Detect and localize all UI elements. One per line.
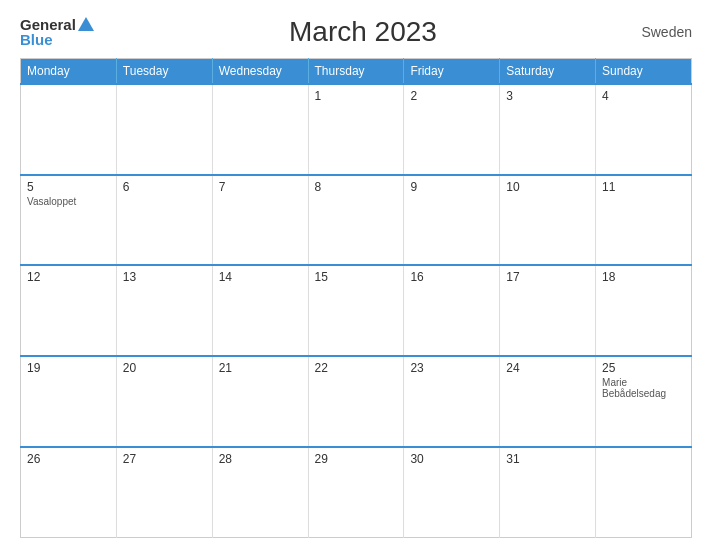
col-friday: Friday	[404, 59, 500, 85]
day-number: 15	[315, 270, 398, 284]
day-number: 10	[506, 180, 589, 194]
day-number: 8	[315, 180, 398, 194]
day-number: 23	[410, 361, 493, 375]
day-cell: 22	[308, 356, 404, 447]
day-cell: 18	[596, 265, 692, 356]
day-cell: 30	[404, 447, 500, 538]
day-cell: 23	[404, 356, 500, 447]
day-cell: 27	[116, 447, 212, 538]
day-number: 4	[602, 89, 685, 103]
day-cell: 14	[212, 265, 308, 356]
logo-triangle-icon	[78, 17, 94, 31]
logo: General Blue	[20, 17, 94, 47]
day-number: 1	[315, 89, 398, 103]
logo-blue-text: Blue	[20, 32, 53, 47]
day-cell: 21	[212, 356, 308, 447]
event-label: Marie Bebådelsedag	[602, 377, 685, 399]
day-number: 19	[27, 361, 110, 375]
day-cell: 13	[116, 265, 212, 356]
table-row: 26 27 28 29 30 31	[21, 447, 692, 538]
day-cell: 5Vasaloppet	[21, 175, 117, 266]
table-row: 5Vasaloppet 6 7 8 9 10 11	[21, 175, 692, 266]
event-label: Vasaloppet	[27, 196, 110, 207]
day-cell: 25Marie Bebådelsedag	[596, 356, 692, 447]
calendar-page: General Blue March 2023 Sweden Monday Tu…	[0, 0, 712, 550]
day-number: 6	[123, 180, 206, 194]
day-number: 17	[506, 270, 589, 284]
calendar-table: Monday Tuesday Wednesday Thursday Friday…	[20, 58, 692, 538]
day-cell: 29	[308, 447, 404, 538]
day-number: 29	[315, 452, 398, 466]
day-number: 11	[602, 180, 685, 194]
day-cell	[212, 84, 308, 175]
page-title: March 2023	[94, 16, 632, 48]
table-row: 12 13 14 15 16 17 18	[21, 265, 692, 356]
day-number: 5	[27, 180, 110, 194]
day-number: 28	[219, 452, 302, 466]
day-number: 18	[602, 270, 685, 284]
day-number: 22	[315, 361, 398, 375]
day-cell: 6	[116, 175, 212, 266]
day-number: 27	[123, 452, 206, 466]
day-cell: 7	[212, 175, 308, 266]
day-number: 7	[219, 180, 302, 194]
col-thursday: Thursday	[308, 59, 404, 85]
day-cell: 11	[596, 175, 692, 266]
day-number: 20	[123, 361, 206, 375]
day-cell: 31	[500, 447, 596, 538]
header: General Blue March 2023 Sweden	[20, 16, 692, 48]
day-number: 16	[410, 270, 493, 284]
day-number: 21	[219, 361, 302, 375]
col-monday: Monday	[21, 59, 117, 85]
day-number: 25	[602, 361, 685, 375]
day-number: 14	[219, 270, 302, 284]
day-cell	[116, 84, 212, 175]
day-cell: 1	[308, 84, 404, 175]
day-cell: 9	[404, 175, 500, 266]
weekday-header-row: Monday Tuesday Wednesday Thursday Friday…	[21, 59, 692, 85]
day-cell: 26	[21, 447, 117, 538]
day-cell: 8	[308, 175, 404, 266]
col-tuesday: Tuesday	[116, 59, 212, 85]
day-cell: 15	[308, 265, 404, 356]
day-number: 12	[27, 270, 110, 284]
table-row: 19 20 21 22 23 24 25Marie Bebådelsedag	[21, 356, 692, 447]
day-number: 13	[123, 270, 206, 284]
day-cell: 17	[500, 265, 596, 356]
day-cell	[21, 84, 117, 175]
day-cell: 20	[116, 356, 212, 447]
day-cell	[596, 447, 692, 538]
day-cell: 2	[404, 84, 500, 175]
day-cell: 19	[21, 356, 117, 447]
col-wednesday: Wednesday	[212, 59, 308, 85]
day-cell: 12	[21, 265, 117, 356]
day-cell: 24	[500, 356, 596, 447]
day-number: 9	[410, 180, 493, 194]
day-cell: 16	[404, 265, 500, 356]
col-saturday: Saturday	[500, 59, 596, 85]
day-number: 30	[410, 452, 493, 466]
col-sunday: Sunday	[596, 59, 692, 85]
day-number: 24	[506, 361, 589, 375]
day-number: 3	[506, 89, 589, 103]
day-number: 26	[27, 452, 110, 466]
day-number: 2	[410, 89, 493, 103]
logo-general-text: General	[20, 17, 76, 32]
day-cell: 10	[500, 175, 596, 266]
country-label: Sweden	[632, 24, 692, 40]
table-row: 1 2 3 4	[21, 84, 692, 175]
day-cell: 3	[500, 84, 596, 175]
day-cell: 28	[212, 447, 308, 538]
day-number: 31	[506, 452, 589, 466]
day-cell: 4	[596, 84, 692, 175]
